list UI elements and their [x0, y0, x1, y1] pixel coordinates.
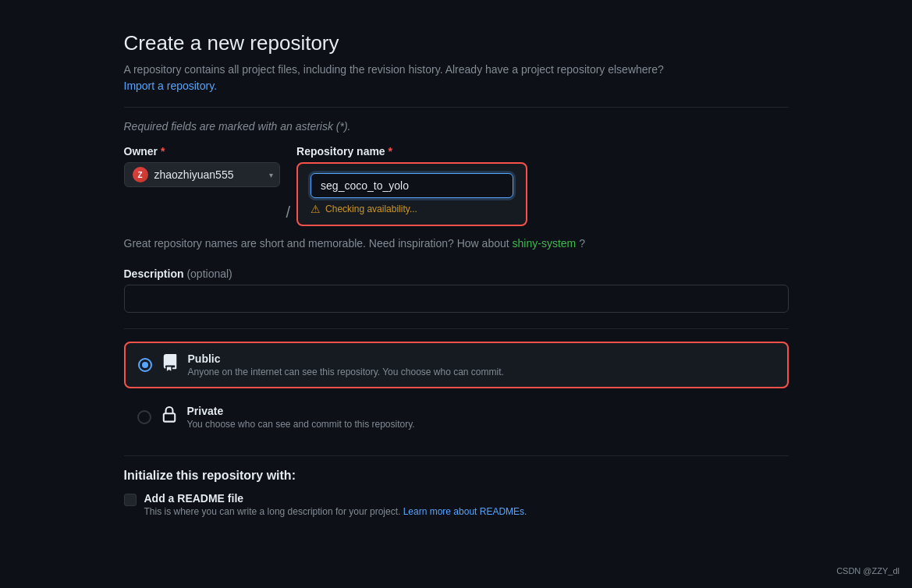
readme-option: Add a README file This is where you can … — [124, 492, 789, 519]
repo-name-required-star: * — [389, 145, 392, 158]
availability-text: Checking availability... — [325, 204, 417, 214]
owner-field-group: Owner * Z zhaozhiyuan555 ▾ — [124, 145, 280, 187]
private-option[interactable]: Private You choose who can see and commi… — [124, 395, 789, 440]
repo-public-icon — [161, 354, 179, 376]
description-label: Description (optional) — [124, 267, 789, 280]
repo-name-input[interactable] — [311, 173, 513, 198]
owner-repo-row: Owner * Z zhaozhiyuan555 ▾ / Repository … — [124, 145, 789, 226]
public-name: Public — [188, 352, 775, 365]
visibility-section: Public Anyone on the internet can see th… — [124, 342, 789, 440]
private-name: Private — [187, 405, 775, 417]
owner-name: zhaozhiyuan555 — [154, 168, 234, 181]
private-text: Private You choose who can see and commi… — [187, 405, 775, 430]
repo-name-field-group: Repository name * ⚠ Checking availabilit… — [296, 145, 527, 226]
description-section: Description (optional) — [124, 267, 789, 313]
owner-required-star: * — [161, 145, 165, 158]
optional-text: (optional) — [186, 267, 232, 280]
private-desc: You choose who can see and commit to thi… — [187, 419, 775, 430]
warning-icon: ⚠ — [311, 203, 321, 215]
watermark: CSDN @ZZY_dl — [836, 566, 900, 576]
repo-name-label: Repository name * — [296, 145, 527, 158]
repo-name-highlight-box: ⚠ Checking availability... — [296, 162, 527, 226]
owner-label: Owner * — [124, 145, 280, 158]
inspiration-row: Great repository names are short and mem… — [124, 236, 789, 252]
divider — [124, 107, 789, 108]
readme-learn-more-link[interactable]: Learn more about READMEs. — [403, 506, 527, 517]
readme-text: Add a README file This is where you can … — [144, 492, 789, 519]
page-subtitle: A repository contains all project files,… — [124, 62, 789, 94]
description-input[interactable] — [124, 285, 789, 313]
availability-check: ⚠ Checking availability... — [311, 203, 513, 215]
public-radio[interactable] — [138, 358, 152, 372]
suggestion-name[interactable]: shiny-system — [513, 237, 577, 250]
readme-title: Add a README file — [144, 492, 789, 505]
owner-avatar: Z — [133, 167, 148, 182]
page-title: Create a new repository — [124, 31, 789, 55]
private-radio[interactable] — [137, 410, 151, 424]
divider-3 — [124, 455, 789, 456]
divider-2 — [124, 328, 789, 329]
readme-desc: This is where you can write a long descr… — [144, 505, 789, 519]
readme-checkbox[interactable] — [124, 494, 137, 506]
initialize-section: Initialize this repository with: Add a R… — [124, 469, 789, 519]
public-text: Public Anyone on the internet can see th… — [188, 352, 775, 377]
owner-select[interactable]: Z zhaozhiyuan555 ▾ — [124, 162, 280, 187]
initialize-title: Initialize this repository with: — [124, 469, 789, 483]
required-fields-note: Required fields are marked with an aster… — [124, 120, 789, 133]
slash-separator: / — [286, 204, 291, 226]
public-desc: Anyone on the internet can see this repo… — [188, 367, 775, 377]
chevron-down-icon: ▾ — [269, 171, 273, 179]
import-repo-link[interactable]: Import a repository. — [124, 80, 218, 92]
public-option[interactable]: Public Anyone on the internet can see th… — [124, 342, 789, 388]
repo-private-icon — [161, 406, 178, 428]
